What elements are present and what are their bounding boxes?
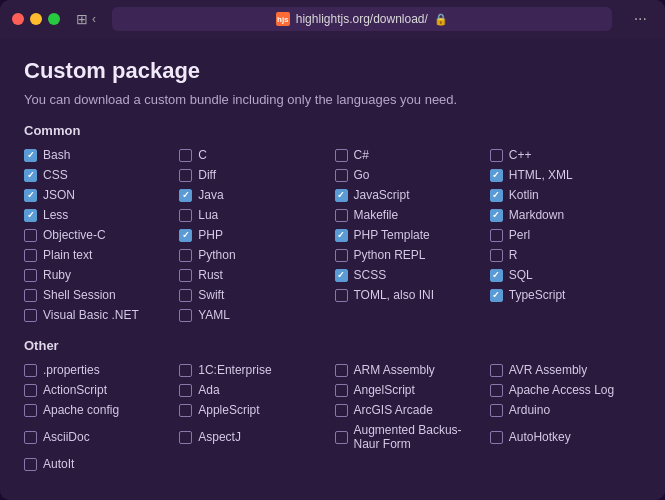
list-item[interactable]: Perl bbox=[490, 228, 641, 242]
list-item[interactable]: HTML, XML bbox=[490, 168, 641, 182]
checkbox-icon[interactable] bbox=[24, 269, 37, 282]
list-item[interactable]: AutoIt bbox=[24, 457, 175, 471]
list-item[interactable]: Python bbox=[179, 248, 330, 262]
list-item[interactable]: AspectJ bbox=[179, 423, 330, 451]
list-item[interactable]: Apache config bbox=[24, 403, 175, 417]
checkbox-icon[interactable] bbox=[490, 269, 503, 282]
checkbox-icon[interactable] bbox=[335, 404, 348, 417]
list-item[interactable]: Go bbox=[335, 168, 486, 182]
list-item[interactable]: Less bbox=[24, 208, 175, 222]
checkbox-icon[interactable] bbox=[24, 404, 37, 417]
checkbox-icon[interactable] bbox=[490, 404, 503, 417]
checkbox-icon[interactable] bbox=[179, 269, 192, 282]
list-item[interactable]: JSON bbox=[24, 188, 175, 202]
list-item[interactable]: Lua bbox=[179, 208, 330, 222]
checkbox-icon[interactable] bbox=[335, 269, 348, 282]
checkbox-icon[interactable] bbox=[490, 149, 503, 162]
close-button[interactable] bbox=[12, 13, 24, 25]
list-item[interactable]: Makefile bbox=[335, 208, 486, 222]
checkbox-icon[interactable] bbox=[179, 431, 192, 444]
list-item[interactable]: Apache Access Log bbox=[490, 383, 641, 397]
list-item[interactable]: SCSS bbox=[335, 268, 486, 282]
list-item[interactable]: Java bbox=[179, 188, 330, 202]
list-item[interactable]: AppleScript bbox=[179, 403, 330, 417]
list-item[interactable]: Plain text bbox=[24, 248, 175, 262]
checkbox-icon[interactable] bbox=[179, 229, 192, 242]
list-item[interactable]: YAML bbox=[179, 308, 330, 322]
list-item[interactable]: Rust bbox=[179, 268, 330, 282]
checkbox-icon[interactable] bbox=[335, 249, 348, 262]
list-item[interactable]: AsciiDoc bbox=[24, 423, 175, 451]
list-item[interactable]: Swift bbox=[179, 288, 330, 302]
checkbox-icon[interactable] bbox=[490, 209, 503, 222]
checkbox-icon[interactable] bbox=[179, 249, 192, 262]
checkbox-icon[interactable] bbox=[179, 364, 192, 377]
checkbox-icon[interactable] bbox=[24, 289, 37, 302]
checkbox-icon[interactable] bbox=[179, 384, 192, 397]
list-item[interactable]: TypeScript bbox=[490, 288, 641, 302]
list-item[interactable]: AngelScript bbox=[335, 383, 486, 397]
maximize-button[interactable] bbox=[48, 13, 60, 25]
checkbox-icon[interactable] bbox=[179, 289, 192, 302]
checkbox-icon[interactable] bbox=[490, 249, 503, 262]
list-item[interactable]: Kotlin bbox=[490, 188, 641, 202]
checkbox-icon[interactable] bbox=[179, 149, 192, 162]
minimize-button[interactable] bbox=[30, 13, 42, 25]
grid-icon[interactable]: ⊞ bbox=[76, 11, 88, 27]
back-arrow[interactable]: ‹ bbox=[92, 12, 96, 26]
checkbox-icon[interactable] bbox=[490, 289, 503, 302]
list-item[interactable]: C++ bbox=[490, 148, 641, 162]
checkbox-icon[interactable] bbox=[335, 189, 348, 202]
list-item[interactable]: Bash bbox=[24, 148, 175, 162]
checkbox-icon[interactable] bbox=[24, 189, 37, 202]
list-item[interactable]: CSS bbox=[24, 168, 175, 182]
checkbox-icon[interactable] bbox=[179, 404, 192, 417]
list-item[interactable]: PHP Template bbox=[335, 228, 486, 242]
list-item[interactable]: ARM Assembly bbox=[335, 363, 486, 377]
checkbox-icon[interactable] bbox=[335, 384, 348, 397]
list-item[interactable]: Ruby bbox=[24, 268, 175, 282]
checkbox-icon[interactable] bbox=[179, 189, 192, 202]
list-item[interactable]: Ada bbox=[179, 383, 330, 397]
checkbox-icon[interactable] bbox=[335, 149, 348, 162]
checkbox-icon[interactable] bbox=[335, 209, 348, 222]
list-item[interactable]: C# bbox=[335, 148, 486, 162]
checkbox-icon[interactable] bbox=[24, 431, 37, 444]
list-item[interactable]: TOML, also INI bbox=[335, 288, 486, 302]
checkbox-icon[interactable] bbox=[335, 431, 348, 444]
checkbox-icon[interactable] bbox=[24, 209, 37, 222]
checkbox-icon[interactable] bbox=[335, 229, 348, 242]
list-item[interactable]: Python REPL bbox=[335, 248, 486, 262]
list-item[interactable]: Visual Basic .NET bbox=[24, 308, 175, 322]
list-item[interactable]: Markdown bbox=[490, 208, 641, 222]
list-item[interactable]: JavaScript bbox=[335, 188, 486, 202]
list-item[interactable]: AVR Assembly bbox=[490, 363, 641, 377]
checkbox-icon[interactable] bbox=[24, 364, 37, 377]
list-item[interactable]: Shell Session bbox=[24, 288, 175, 302]
checkbox-icon[interactable] bbox=[24, 229, 37, 242]
checkbox-icon[interactable] bbox=[24, 458, 37, 471]
checkbox-icon[interactable] bbox=[490, 364, 503, 377]
list-item[interactable]: PHP bbox=[179, 228, 330, 242]
list-item[interactable]: Diff bbox=[179, 168, 330, 182]
checkbox-icon[interactable] bbox=[24, 169, 37, 182]
checkbox-icon[interactable] bbox=[179, 169, 192, 182]
list-item[interactable]: AutoHotkey bbox=[490, 423, 641, 451]
checkbox-icon[interactable] bbox=[179, 209, 192, 222]
list-item[interactable]: Arduino bbox=[490, 403, 641, 417]
list-item[interactable]: ActionScript bbox=[24, 383, 175, 397]
checkbox-icon[interactable] bbox=[335, 289, 348, 302]
checkbox-icon[interactable] bbox=[24, 149, 37, 162]
checkbox-icon[interactable] bbox=[490, 169, 503, 182]
checkbox-icon[interactable] bbox=[490, 384, 503, 397]
list-item[interactable]: SQL bbox=[490, 268, 641, 282]
list-item[interactable]: .properties bbox=[24, 363, 175, 377]
checkbox-icon[interactable] bbox=[24, 384, 37, 397]
list-item[interactable]: 1C:Enterprise bbox=[179, 363, 330, 377]
checkbox-icon[interactable] bbox=[335, 364, 348, 377]
list-item[interactable]: Augmented Backus-Naur Form bbox=[335, 423, 486, 451]
checkbox-icon[interactable] bbox=[335, 169, 348, 182]
address-bar[interactable]: hjs highlightjs.org/download/ 🔒 bbox=[112, 7, 612, 31]
checkbox-icon[interactable] bbox=[490, 189, 503, 202]
checkbox-icon[interactable] bbox=[490, 431, 503, 444]
